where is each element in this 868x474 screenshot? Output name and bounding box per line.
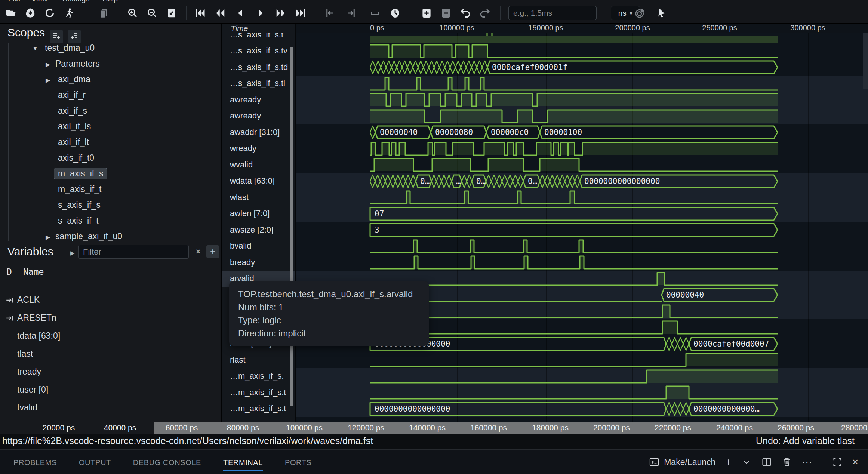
variables-filter-input[interactable] [78, 245, 189, 259]
tab-ports[interactable]: PORTS [285, 453, 312, 471]
reload-icon[interactable] [44, 7, 55, 19]
signal-name-row[interactable]: awsize [2:0] [222, 222, 295, 238]
variables-collapse-arrow[interactable] [70, 250, 75, 256]
time-ruler[interactable]: 0 ps100000 ps150000 ps200000 ps250000 ps… [296, 23, 868, 33]
tab-terminal[interactable]: TERMINAL [223, 453, 263, 471]
scope-tree-item-axi_if_s[interactable]: axi_if_s [0, 104, 221, 119]
wave-row[interactable]: 0……0…0…0000000000000000 [296, 173, 868, 190]
scope-tree-item-axi_dma[interactable]: axi_dma [0, 72, 221, 88]
signal-name-row[interactable]: wdata [63:0] [222, 173, 295, 190]
remove-icon[interactable] [440, 7, 452, 19]
waveform-panel[interactable]: 0000cafef00d001f0000004000000080000000c0… [296, 23, 868, 422]
signal-name-row[interactable]: awlen [7:0] [222, 206, 295, 222]
more-actions-icon[interactable]: ··· [802, 457, 812, 467]
wave-scrollbar[interactable] [863, 33, 868, 89]
signal-name-row[interactable]: …s_axis_if_s.tl [222, 76, 295, 92]
scope-tree-item-m_axis_if_s[interactable]: m_axis_if_s [0, 166, 221, 182]
overview-ruler[interactable]: 20000 ps40000 ps60000 ps80000 ps100000 p… [0, 422, 868, 434]
tree-collapsed-icon[interactable] [46, 234, 50, 241]
signal-name-row[interactable]: …s_axis_if_s.td [222, 59, 295, 76]
wave-row[interactable] [296, 43, 868, 59]
jump-to-end-icon[interactable] [346, 7, 357, 19]
scope-tree-item-axi_if_r[interactable]: axi_if_r [0, 88, 221, 104]
scope-tree-item-test_dma_u0[interactable]: test_dma_u0 [0, 41, 221, 56]
scope-tree-item-s_axis_if_s[interactable]: s_axis_if_s [0, 198, 221, 213]
cursor-icon[interactable] [656, 7, 667, 19]
time-jump-input[interactable] [508, 6, 597, 20]
clear-filter-button[interactable]: × [192, 245, 204, 258]
wave-row[interactable]: 00000000000000000000000000000… [296, 401, 868, 417]
wave-row[interactable]: 0000004000000080000000c000000100 [296, 124, 868, 141]
timeline-edge-icon[interactable] [369, 7, 381, 19]
paste-icon[interactable] [98, 7, 109, 19]
wave-row[interactable] [296, 352, 868, 368]
wave-row[interactable] [296, 238, 868, 255]
tree-collapsed-icon[interactable] [46, 77, 50, 84]
signal-name-row[interactable]: …m_axis_if_s. [222, 368, 295, 385]
variable-row-ACLK[interactable]: ACLK [0, 292, 221, 310]
variable-row-tready[interactable]: tready [0, 363, 221, 381]
scope-tree-item-axis_if_t0[interactable]: axis_if_t0 [0, 151, 221, 166]
scope-tree-item-m_axis_if_t[interactable]: m_axis_if_t [0, 182, 221, 198]
wave-row[interactable] [296, 141, 868, 157]
fast-forward-icon[interactable] [275, 7, 286, 19]
split-terminal-icon[interactable] [761, 457, 772, 467]
launch-profile-chevron[interactable] [741, 457, 752, 467]
overview-thumb[interactable] [154, 422, 868, 434]
wave-row[interactable] [296, 384, 868, 401]
wave-row[interactable] [296, 157, 868, 173]
redo-icon[interactable] [479, 7, 490, 19]
names-scrollbar[interactable] [290, 47, 293, 406]
wave-row[interactable] [296, 368, 868, 385]
scope-tree-item-Parameters[interactable]: Parameters [0, 56, 221, 72]
maximize-panel-icon[interactable] [832, 457, 843, 467]
tree-expanded-icon[interactable] [32, 45, 38, 52]
run-icon[interactable] [64, 7, 75, 19]
wave-row[interactable] [296, 108, 868, 124]
signal-name-row[interactable]: bvalid [222, 238, 295, 255]
wave-row[interactable] [296, 92, 868, 108]
signal-name-row[interactable]: wlast [222, 189, 295, 206]
signal-name-row[interactable]: rlast [222, 352, 295, 368]
tab-output[interactable]: OUTPUT [79, 453, 111, 471]
wave-row[interactable] [296, 254, 868, 271]
menu-item-settings[interactable]: Settings [62, 0, 89, 3]
signal-name-row[interactable]: bready [222, 254, 295, 271]
variable-row-tvalid[interactable]: tvalid [0, 399, 221, 417]
signal-name-row[interactable]: …m_axis_if_s.t [222, 401, 295, 417]
signal-name-row[interactable]: awready [222, 108, 295, 124]
fast-rewind-icon[interactable] [215, 7, 226, 19]
zoom-in-icon[interactable] [127, 7, 138, 19]
wave-row[interactable]: 0000cafef00d001f [296, 59, 868, 76]
add-icon[interactable] [421, 7, 432, 19]
menu-item-file[interactable]: File [8, 0, 20, 3]
wave-row[interactable]: 07 [296, 206, 868, 222]
zoom-fit-icon[interactable] [166, 7, 177, 19]
jump-to-start-icon[interactable] [324, 7, 335, 19]
variable-row-ARESETn[interactable]: ARESETn [0, 310, 221, 327]
scope-tree-item-axil_if_lt[interactable]: axil_if_lt [0, 135, 221, 151]
signal-name-row[interactable]: awready [222, 92, 295, 108]
terminal-launcher[interactable]: Make/Launch [649, 457, 715, 467]
wave-row[interactable] [296, 189, 868, 206]
signal-name-row[interactable]: …m_axis_if_s.t [222, 384, 295, 401]
signal-name-row[interactable]: …s_axis_if_s.tv [222, 43, 295, 59]
menu-item-help[interactable]: Help [102, 0, 118, 3]
scope-tree-item-axil_if_ls[interactable]: axil_if_ls [0, 119, 221, 135]
kill-terminal-icon[interactable] [782, 457, 792, 467]
target-icon[interactable] [634, 7, 646, 19]
open-folder-icon[interactable] [5, 7, 16, 19]
step-back-icon[interactable] [235, 7, 246, 19]
menu-item-view[interactable]: View [31, 0, 47, 3]
zoom-out-icon[interactable] [147, 7, 158, 19]
skip-to-start-icon[interactable] [194, 7, 206, 19]
signal-name-row[interactable]: wvalid [222, 157, 295, 173]
skip-to-end-icon[interactable] [295, 7, 307, 19]
variable-row-tdata[interactable]: tdata [63:0] [0, 327, 221, 345]
variable-row-tlast[interactable]: tlast [0, 345, 221, 363]
download-icon[interactable] [25, 7, 36, 19]
tab-problems[interactable]: PROBLEMS [13, 453, 57, 471]
tab-debug-console[interactable]: DEBUG CONSOLE [133, 453, 201, 471]
close-panel-icon[interactable]: × [852, 457, 858, 467]
signal-name-row[interactable]: wready [222, 141, 295, 157]
